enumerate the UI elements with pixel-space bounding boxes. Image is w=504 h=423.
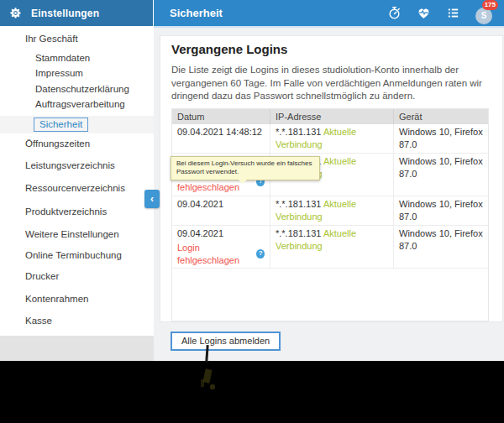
sidebar-item-ressourcenverzeichnis[interactable]: Ressourcenverzeichnis [25, 183, 125, 193]
section-description: Die Liste zeigt die Logins in dieses stu… [171, 64, 488, 103]
cell-device: Windows 10, Firefox 87.0 [394, 196, 488, 226]
ip-value: *.*.181.131 [276, 127, 321, 137]
cell-device: Windows 10, Firefox 87.0 [394, 226, 488, 269]
collapse-sidebar-button[interactable]: ‹ [144, 190, 160, 208]
failed-login-line: Login fehlgeschlagen ? [177, 242, 265, 267]
sidebar-item-impressum[interactable]: Impressum [35, 68, 83, 78]
sidebar-nav: Ihr Geschäft Stammdaten Impressum Datens… [0, 26, 154, 336]
sidebar-item-kasse[interactable]: Kasse [25, 316, 52, 326]
gear-icon [9, 7, 22, 19]
list-icon[interactable] [446, 6, 460, 20]
logins-table: Datum IP-Adresse Gerät 09.04.2021 14:48:… [171, 108, 489, 321]
chevron-left-icon: ‹ [150, 193, 154, 205]
sidebar-footer [0, 336, 154, 361]
sidebar-item-produktverzeichnis[interactable]: Produktverzeichnis [25, 206, 107, 217]
page-title: Sicherheit [170, 7, 223, 19]
sidebar-header: Einstellungen [0, 0, 153, 26]
logout-all-button[interactable]: Alle Logins abmelden [171, 332, 281, 351]
stopwatch-icon[interactable] [387, 6, 402, 20]
col-header-datum: Datum [172, 109, 270, 124]
cell-ip: *.*.181.131 Aktuelle Verbindung [270, 196, 394, 226]
table-header-row: Datum IP-Adresse Gerät [172, 109, 488, 124]
cursor-artifact [210, 384, 215, 389]
main-content: Vergangene Logins Die Liste zeigt die Lo… [154, 28, 504, 361]
ip-value: *.*.181.131 [276, 199, 321, 209]
topbar: Sicherheit S 175 [154, 0, 504, 28]
sidebar-item-online-terminbuchung[interactable]: Online Terminbuchung [25, 250, 122, 260]
avatar[interactable]: S [475, 8, 492, 24]
sidebar-item-ihr-geschaeft[interactable]: Ihr Geschäft [25, 34, 78, 44]
date-value: 09.04.2021 [177, 227, 265, 240]
heart-pulse-icon[interactable] [417, 6, 431, 20]
sidebar-item-stammdaten[interactable]: Stammdaten [35, 53, 90, 63]
sidebar-header-title: Einstellungen [31, 8, 99, 19]
ip-value: *.*.181.131 [276, 228, 321, 238]
help-icon[interactable]: ? [256, 249, 265, 258]
cell-ip: *.*.181.131 Aktuelle Verbindung [270, 226, 394, 269]
sidebar-item-datenschutz[interactable]: Datenschutzerklärung [35, 84, 129, 94]
cell-date: 09.04.2021 Login fehlgeschlagen ? [172, 226, 270, 269]
cell-date: 09.04.2021 [172, 196, 270, 226]
letterbox-bar [0, 361, 504, 423]
sidebar-item-kontenrahmen[interactable]: Kontenrahmen [25, 294, 88, 304]
cell-date: 09.04.2021 14:48:12 [172, 124, 270, 154]
topbar-icons: S 175 [387, 3, 492, 24]
sidebar-item-sicherheit-selected[interactable]: Sicherheit [0, 116, 154, 133]
app-window: Einstellungen Sicherheit S [0, 0, 504, 423]
col-header-ip-adresse: IP-Adresse [270, 109, 394, 124]
sidebar-item-oeffnungszeiten[interactable]: Öffnungszeiten [25, 138, 90, 149]
sidebar-item-weitere-einstellungen[interactable]: Weitere Einstellungen [25, 229, 119, 239]
table-row: 09.04.2021 14:48:12 *.*.181.131 Aktuelle… [172, 124, 488, 154]
section-heading: Vergangene Logins [171, 42, 502, 56]
cursor-artifact [201, 379, 204, 387]
sidebar-item-drucker[interactable]: Drucker [25, 271, 59, 281]
cell-device: Windows 10, Firefox 87.0 [394, 154, 488, 197]
col-header-geraet: Gerät [394, 109, 488, 124]
cell-device: Windows 10, Firefox 87.0 [394, 124, 488, 154]
help-tooltip: Bei diesem Login-Versuch wurde ein falsc… [171, 156, 320, 180]
sidebar-item-auftragsverarbeitung[interactable]: Auftragsverarbeitung [35, 99, 125, 109]
cell-ip: *.*.181.131 Aktuelle Verbindung [270, 124, 394, 154]
sidebar-item-sicherheit-label[interactable]: Sicherheit [34, 118, 88, 132]
table-row: 09.04.2021 Login fehlgeschlagen ? *.*.18… [172, 226, 488, 269]
failed-login-label: Login fehlgeschlagen [177, 242, 253, 267]
sidebar-item-leistungsverzeichnis[interactable]: Leistungsverzeichnis [25, 160, 115, 170]
user-menu[interactable]: S 175 [475, 8, 492, 24]
table-row: 09.04.2021 *.*.181.131 Aktuelle Verbindu… [172, 196, 488, 226]
notification-badge: 175 [482, 0, 498, 10]
